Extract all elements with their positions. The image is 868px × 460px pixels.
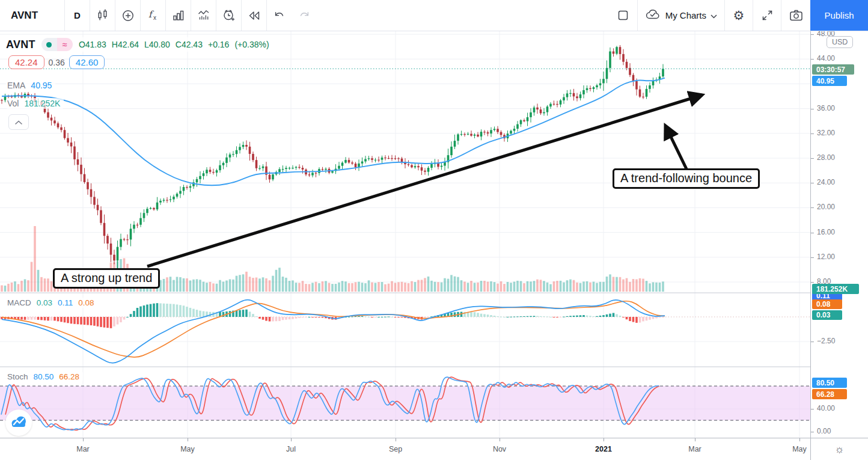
tradingview-logo[interactable] [5, 409, 32, 436]
time-tick-mark [83, 438, 84, 441]
plus-circle-icon [121, 8, 135, 23]
layout-button[interactable] [610, 0, 637, 31]
axis-badge: 80.50 [812, 378, 847, 388]
fullscreen-expand-icon [760, 8, 774, 22]
alert-button[interactable] [216, 0, 241, 31]
price-tick-mark [811, 257, 814, 258]
interval-label: D [74, 10, 81, 20]
alarm-clock-plus-icon [221, 8, 236, 23]
price-tick-mark [811, 233, 814, 233]
price-tick-mark [811, 34, 814, 35]
legend-symbol[interactable]: AVNT [6, 38, 35, 51]
replay-button[interactable] [242, 0, 266, 31]
settings-gear-icon: ⚙ [733, 9, 745, 22]
camera-icon [789, 8, 804, 22]
symbol-search-button[interactable]: AVNT [0, 0, 64, 31]
forecast-button[interactable] [191, 0, 216, 31]
annotation-trend-following-bounce[interactable]: A trend-following bounce [613, 168, 760, 189]
stoch-legend-row[interactable]: Stoch 80.50 66.28 [6, 372, 83, 382]
buy-button[interactable]: 42.60 [69, 55, 105, 69]
price-tick-mark [811, 109, 814, 109]
redo-button[interactable] [292, 0, 316, 31]
ema-value: 40.95 [31, 81, 52, 90]
chart-area[interactable]: AVNT ≈ O41.83 H42.64 L40.80 C42.43 +0.16… [0, 31, 810, 438]
undo-button[interactable] [267, 0, 292, 31]
sell-button[interactable]: 42.24 [8, 55, 44, 69]
toolbar-symbol-label: AVNT [11, 10, 38, 22]
time-label: Mar [76, 445, 90, 453]
time-axis[interactable]: MarMayJulSepNov2021MarMay [0, 438, 810, 460]
time-label: Jul [286, 445, 296, 453]
svg-text:x: x [153, 14, 156, 21]
price-tick-label: 12.00 [817, 253, 835, 261]
macd-legend-row[interactable]: MACD 0.03 0.11 0.08 [6, 298, 98, 308]
interval-button[interactable]: D [65, 0, 90, 31]
bar-chart-icon [171, 8, 185, 22]
stoch-tick-mark [811, 409, 814, 409]
axis-badge: 40.95 [812, 76, 847, 86]
timezone-sun-icon[interactable]: ☼ [834, 444, 845, 455]
annotation-strong-uptrend[interactable]: A strong up trend [53, 268, 160, 289]
price-axis[interactable]: USD 48.0044.0036.0032.0028.0024.0020.001… [810, 31, 868, 438]
low-value: L40.80 [144, 40, 170, 49]
stoch-d-value: 66.28 [59, 372, 79, 381]
undo-icon [272, 8, 287, 23]
macd-hist-value: 0.03 [37, 298, 52, 307]
publish-label: Publish [824, 10, 854, 20]
indicator-templates-button[interactable] [166, 0, 191, 31]
time-tick-mark [291, 438, 292, 441]
price-tick-mark [811, 158, 814, 159]
price-tick-mark [811, 59, 814, 60]
my-charts-label: My Charts [665, 10, 706, 20]
toolbar-spacer [316, 0, 610, 31]
close-value: C42.43 [176, 40, 203, 49]
time-label: Nov [493, 445, 506, 453]
chevron-down-icon [711, 10, 717, 20]
indicators-button[interactable]: fx [141, 0, 165, 31]
publish-button[interactable]: Publish [810, 0, 868, 31]
axis-badge: 0.03 [812, 310, 842, 320]
macd-tick-label: −2.50 [817, 337, 835, 345]
axis-badge: 03:30:57 [812, 64, 854, 75]
stoch-tick-label: 0.00 [817, 427, 831, 435]
collapse-legend-button[interactable] [8, 114, 29, 130]
price-tick-mark [811, 207, 814, 208]
price-tick-label: 16.00 [817, 228, 835, 236]
time-label: Sep [389, 445, 402, 453]
compare-button[interactable] [115, 0, 140, 31]
chart-style-button[interactable] [90, 0, 115, 31]
cloud-check-icon [645, 8, 661, 23]
axis-badge: 181.252K [812, 284, 859, 294]
line-forecast-icon [197, 8, 211, 23]
fullscreen-button[interactable] [753, 0, 781, 31]
market-status-toggle[interactable]: ≈ [41, 38, 73, 51]
tv-cloud-chart-icon [10, 414, 28, 431]
chart-canvas[interactable] [0, 31, 810, 438]
ema-legend-row[interactable]: EMA 40.95 [6, 80, 55, 91]
time-tick-mark [695, 438, 695, 441]
macd-signal-value: 0.08 [78, 298, 94, 307]
my-charts-button[interactable]: My Charts [638, 0, 724, 31]
time-label: May [180, 445, 195, 453]
price-tick-label: 36.00 [817, 104, 835, 112]
price-tick-mark [811, 183, 814, 183]
rewind-icon [247, 8, 261, 23]
candlestick-style-icon [96, 8, 109, 22]
snapshot-button[interactable] [781, 0, 810, 31]
time-tick-mark [500, 438, 500, 441]
tradingview-window: AVNT D fx [0, 0, 868, 460]
currency-badge[interactable]: USD [827, 36, 853, 48]
time-tick-mark [188, 438, 188, 441]
stoch-k-value: 80.50 [34, 372, 54, 381]
settings-button[interactable]: ⚙ [725, 0, 753, 31]
axis-badge: 66.28 [812, 389, 847, 399]
fx-indicators-icon: fx [146, 8, 160, 23]
time-tick-mark [604, 438, 604, 441]
change-value: +0.16 [208, 40, 229, 49]
volume-value: 181.252K [24, 99, 60, 108]
axis-badge: 0.08 [812, 299, 842, 309]
bid-ask-row: 42.24 0.36 42.60 [8, 55, 105, 69]
change-pct-value: (+0.38%) [234, 40, 269, 49]
volume-legend-row[interactable]: Vol 181.252K [6, 98, 64, 109]
stoch-tick-mark [811, 432, 814, 432]
